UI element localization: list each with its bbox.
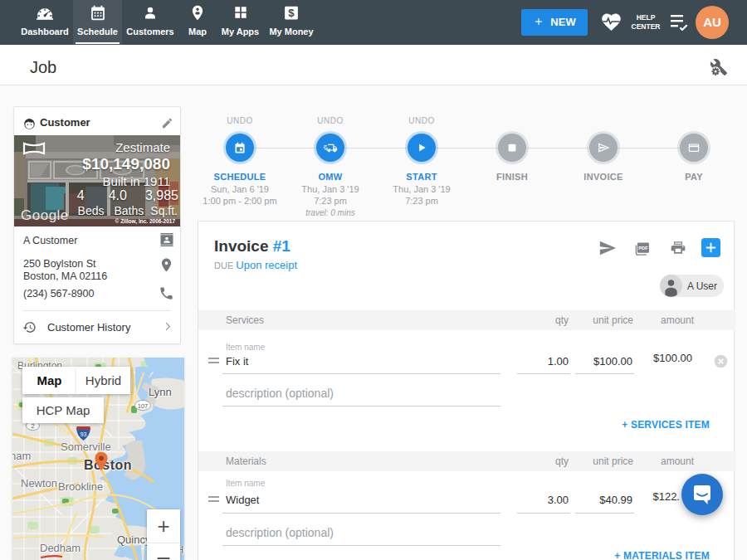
svg-text:107: 107: [138, 402, 149, 410]
svg-text:PDF: PDF: [638, 246, 648, 251]
svg-text:2: 2: [31, 422, 34, 430]
svg-text:93: 93: [81, 431, 87, 437]
svg-text:$: $: [288, 7, 295, 19]
